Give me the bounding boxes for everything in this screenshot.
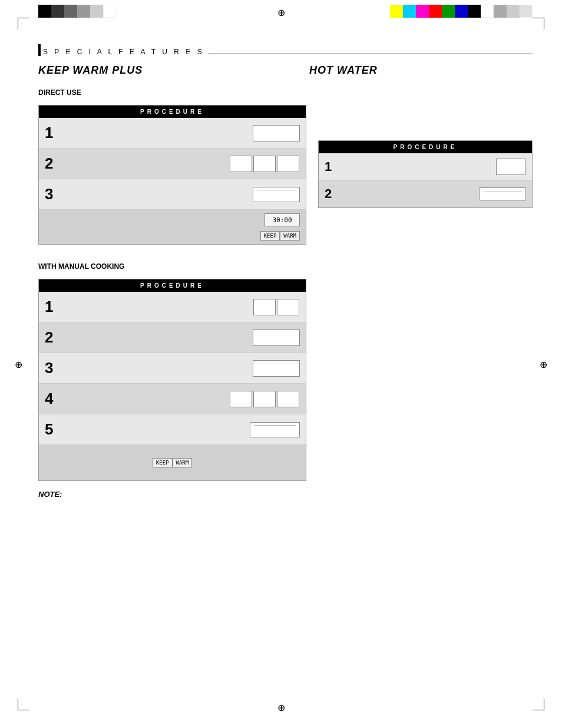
m-step-1-btn-b xyxy=(277,299,299,315)
manual-cooking-section: WITH MANUAL COOKING PROCEDURE 1 xyxy=(38,262,533,481)
hw-step-2-area: 2 xyxy=(325,186,526,202)
step-3-area: 3 xyxy=(45,185,300,203)
time-display: 30:00 xyxy=(265,213,300,226)
manual-cooking-header: PROCEDURE xyxy=(39,279,306,292)
m-step-1-buttons xyxy=(253,299,300,315)
step-2-btn-b xyxy=(253,156,276,172)
step-3-num: 3 xyxy=(45,185,65,203)
hot-water-table: PROCEDURE 1 2 xyxy=(318,140,533,208)
step-2-buttons xyxy=(229,156,300,172)
direct-use-row-2: 2 xyxy=(39,149,306,179)
m-step-4-btn-a xyxy=(230,391,252,407)
step-1-num: 1 xyxy=(45,124,65,142)
direct-use-label: DIRECT USE xyxy=(38,88,533,97)
step-3-buttons xyxy=(253,187,300,202)
hot-water-procedure: PROCEDURE 1 2 xyxy=(318,140,533,245)
section-title: S P E C I A L F E A T U R E S xyxy=(43,48,204,56)
manual-cooking-label: WITH MANUAL COOKING xyxy=(38,262,533,271)
manual-row-5: 5 xyxy=(39,414,306,445)
hw-step-1-area: 1 xyxy=(325,159,526,175)
manual-keep-btn: KEEP xyxy=(153,458,173,467)
manual-cooking-table: PROCEDURE 1 2 xyxy=(38,279,306,481)
direct-use-row-1: 1 xyxy=(39,118,306,149)
crosshair-top: ⊕ xyxy=(277,7,285,18)
section-title-line xyxy=(208,54,533,54)
manual-cooking-procedure: PROCEDURE 1 2 xyxy=(38,279,533,481)
hw-step-1-btn xyxy=(496,159,525,175)
hot-water-row-1: 1 xyxy=(319,153,532,180)
m-step-2-btn xyxy=(253,330,300,346)
section-title-wrapper: S P E C I A L F E A T U R E S xyxy=(38,44,533,56)
step-1-area: 1 xyxy=(45,124,300,142)
page-content: S P E C I A L F E A T U R E S KEEP WARM … xyxy=(38,44,533,499)
manual-row-3: 3 xyxy=(39,353,306,384)
hw-step-2-num: 2 xyxy=(325,186,345,202)
note-label: NOTE: xyxy=(38,490,533,499)
step-3-btn xyxy=(253,187,300,202)
m-step-1-btn-a xyxy=(253,299,276,315)
step-2-btn-c xyxy=(277,156,299,172)
m-step-1-num: 1 xyxy=(45,298,65,316)
direct-use-bottom-row: 30:00 KEEP WARM xyxy=(39,210,306,244)
direct-use-procedure: PROCEDURE 1 2 xyxy=(38,105,306,245)
crosshair-left: ⊕ xyxy=(15,358,22,370)
section-title-accent xyxy=(38,44,41,56)
step-2-btn-a xyxy=(230,156,252,172)
hw-step-1-num: 1 xyxy=(325,159,345,174)
crop-mark-tl xyxy=(18,18,29,29)
m-step-2-num: 2 xyxy=(45,328,65,347)
m-step-5-buttons xyxy=(250,422,300,437)
crop-mark-bl xyxy=(18,699,29,710)
m-step-3-area: 3 xyxy=(45,359,300,377)
color-bar-right xyxy=(390,5,533,18)
m-step-4-buttons xyxy=(229,391,300,407)
bottom-row-content: 30:00 KEEP WARM xyxy=(45,213,300,241)
feature-headers: KEEP WARM PLUS HOT WATER xyxy=(38,64,533,77)
m-step-3-num: 3 xyxy=(45,359,65,377)
m-step-1-area: 1 xyxy=(45,298,300,316)
m-step-5-num: 5 xyxy=(45,420,65,439)
manual-warm-btn: WARM xyxy=(173,458,193,467)
hw-step-2-btn xyxy=(479,187,526,200)
direct-use-header: PROCEDURE xyxy=(39,106,306,118)
hw-step-2-buttons xyxy=(479,187,526,200)
m-step-4-btn-b xyxy=(253,391,276,407)
manual-row-1: 1 xyxy=(39,292,306,322)
step-1-buttons xyxy=(253,125,300,141)
hot-water-heading: HOT WATER xyxy=(309,64,378,77)
hot-water-header: PROCEDURE xyxy=(319,141,532,153)
keep-btn: KEEP xyxy=(260,231,280,241)
m-step-4-area: 4 xyxy=(45,390,300,408)
m-step-5-area: 5 xyxy=(45,420,300,439)
step-2-area: 2 xyxy=(45,154,300,173)
crosshair-bottom: ⊕ xyxy=(277,702,285,713)
hw-step-1-buttons xyxy=(495,159,526,175)
manual-keep-warm-display: KEEP WARM xyxy=(153,458,192,467)
m-step-4-btn-c xyxy=(277,391,299,407)
m-step-3-buttons xyxy=(253,360,300,377)
step-1-btn xyxy=(253,125,300,141)
m-step-2-area: 2 xyxy=(45,328,300,347)
direct-use-row-3: 3 xyxy=(39,179,306,210)
manual-row-4: 4 xyxy=(39,384,306,414)
hot-water-row-2: 2 xyxy=(319,180,532,207)
manual-bottom-row: KEEP WARM xyxy=(39,445,306,480)
m-step-4-num: 4 xyxy=(45,390,65,408)
m-step-3-btn xyxy=(253,360,300,377)
warm-btn: WARM xyxy=(280,231,300,241)
m-step-2-buttons xyxy=(253,330,300,346)
crop-mark-br xyxy=(533,699,544,710)
direct-use-table: PROCEDURE 1 2 xyxy=(38,105,306,245)
keep-warm-display: KEEP WARM xyxy=(260,231,300,241)
crop-mark-tr xyxy=(533,18,544,29)
color-bar-left xyxy=(38,5,116,18)
crosshair-right: ⊕ xyxy=(540,358,547,370)
manual-row-2: 2 xyxy=(39,322,306,353)
m-step-5-btn xyxy=(250,422,300,437)
step-2-num: 2 xyxy=(45,154,65,173)
keep-warm-heading: KEEP WARM PLUS xyxy=(38,64,309,77)
direct-use-hot-water-row: PROCEDURE 1 2 xyxy=(38,105,533,245)
